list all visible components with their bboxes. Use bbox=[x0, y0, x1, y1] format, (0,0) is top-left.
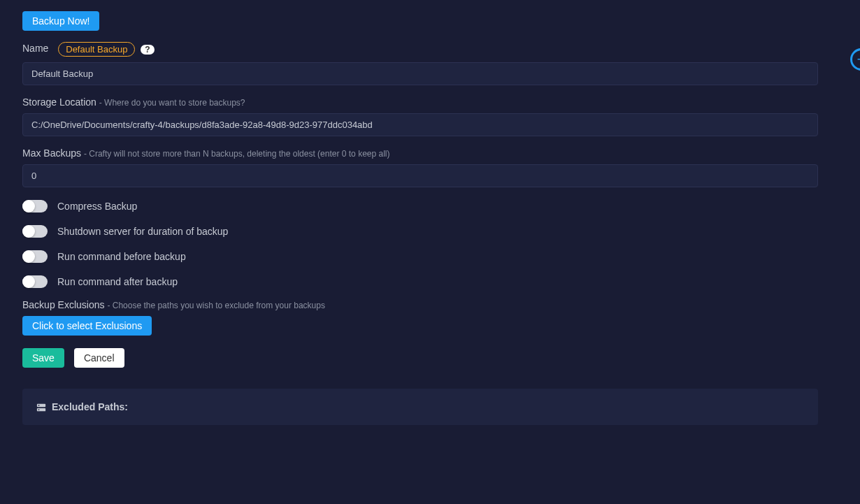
compress-toggle[interactable] bbox=[22, 200, 48, 213]
name-label: Name bbox=[22, 43, 48, 54]
after-toggle[interactable] bbox=[22, 275, 48, 288]
name-input[interactable] bbox=[22, 62, 818, 85]
storage-icon bbox=[36, 401, 46, 412]
backup-now-button[interactable]: Backup Now! bbox=[22, 11, 99, 31]
exclusions-label: Backup Exclusions bbox=[22, 299, 105, 310]
shutdown-toggle[interactable] bbox=[22, 225, 48, 238]
svg-point-3 bbox=[38, 409, 40, 410]
excluded-paths-panel: Excluded Paths: bbox=[22, 389, 818, 425]
add-backup-fab[interactable]: + bbox=[850, 48, 860, 71]
storage-input[interactable] bbox=[22, 113, 818, 136]
excluded-paths-title: Excluded Paths: bbox=[52, 401, 128, 412]
after-label: Run command after backup bbox=[57, 276, 178, 287]
help-icon[interactable]: ? bbox=[141, 45, 154, 55]
shutdown-label: Shutdown server for duration of backup bbox=[57, 226, 228, 237]
storage-label: Storage Location bbox=[22, 96, 96, 108]
max-backups-input[interactable] bbox=[22, 164, 818, 187]
cancel-button[interactable]: Cancel bbox=[74, 348, 124, 368]
storage-hint: - Where do you want to store backups? bbox=[99, 98, 245, 108]
before-label: Run command before backup bbox=[57, 251, 186, 262]
select-exclusions-button[interactable]: Click to select Exclusions bbox=[22, 316, 152, 336]
save-button[interactable]: Save bbox=[22, 348, 64, 368]
svg-point-2 bbox=[38, 405, 40, 406]
exclusions-hint: - Choose the paths you wish to exclude f… bbox=[107, 301, 325, 310]
before-toggle[interactable] bbox=[22, 250, 48, 263]
max-backups-hint: - Crafty will not store more than N back… bbox=[84, 149, 390, 159]
compress-label: Compress Backup bbox=[57, 201, 137, 212]
default-backup-badge: Default Backup bbox=[58, 42, 135, 57]
max-backups-label: Max Backups bbox=[22, 147, 81, 159]
